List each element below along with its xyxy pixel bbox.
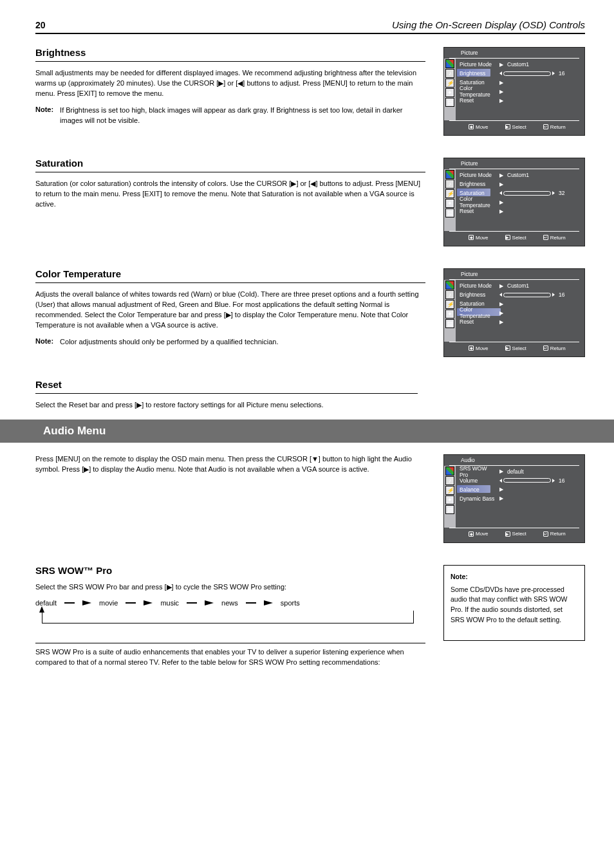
- note-text: Color adjustments should only be perform…: [60, 337, 278, 347]
- page-number: 20: [35, 20, 46, 30]
- format-step: default: [35, 599, 57, 607]
- page-header: 20 Using the On-Screen Display (OSD) Con…: [35, 19, 585, 34]
- srs-body2: SRS WOW Pro is a suite of audio enhancem…: [35, 647, 425, 668]
- saturation-body: Saturation (or color saturation) control…: [35, 179, 425, 210]
- note-label: Note:: [35, 106, 53, 126]
- osd-row-picture-mode: Picture Mode▶Custom1: [460, 60, 581, 69]
- osd-picture-colortemp: Picture ♪ ⚡ ✦ ▤ Picture Mode▶Custom1 Bri…: [443, 268, 585, 357]
- setup-icon: ✦: [445, 495, 454, 504]
- arrow-icon: [264, 600, 273, 605]
- brightness-heading: Brightness: [35, 47, 425, 62]
- note-box-body: Some CDs/DVDs have pre-processed audio t…: [451, 585, 578, 625]
- note-text: If Brightness is set too high, black ima…: [60, 106, 425, 126]
- page-title: Using the On-Screen Display (OSD) Contro…: [392, 19, 585, 30]
- audio-icon: ♪: [445, 180, 454, 189]
- picture-icon: [445, 59, 454, 68]
- audio-icon: ♪: [445, 476, 454, 485]
- osd-row-color-temp: Color Temperature▶: [460, 308, 581, 317]
- loop-arrow: [42, 611, 414, 623]
- power-icon: ⚡: [445, 300, 454, 309]
- osd-row-brightness: Brightness 16: [460, 69, 581, 78]
- srs-heading: SRS WOW™ Pro: [35, 565, 425, 576]
- osd-audio: Audio ♪ ⚡ ✦ ▤ SRS WOW Pro▶default Volume…: [443, 454, 585, 543]
- osd-footer: ◆Move ▶Select ↩Return: [444, 121, 584, 133]
- section-audio-intro: Press [MENU] on the remote to display th…: [35, 454, 585, 549]
- note-box: Note: Some CDs/DVDs have pre-processed a…: [443, 565, 585, 641]
- reset-heading: Reset: [35, 379, 418, 394]
- section-colortemp: Color Temperature Adjusts the overall ba…: [35, 268, 585, 364]
- colortemp-body: Adjusts the overall balance of whites to…: [35, 290, 425, 331]
- osd-picture-brightness: Picture ♪ ⚡ ✦ ▤ Picture Mode▶Custom1 Bri: [443, 47, 585, 136]
- brightness-note: Note: If Brightness is set too high, bla…: [35, 106, 425, 126]
- osd-title: Picture: [444, 158, 584, 169]
- brightness-body: Small adjustments may be needed for diff…: [35, 68, 425, 99]
- config-icon: ▤: [445, 208, 454, 217]
- colortemp-heading: Color Temperature: [35, 268, 425, 283]
- setup-icon: ✦: [445, 199, 454, 208]
- power-icon: ⚡: [445, 486, 454, 495]
- picture-icon: [445, 281, 454, 290]
- format-cycle-diagram: default movie music news sports: [35, 599, 425, 638]
- setup-icon: ✦: [445, 309, 454, 319]
- setup-icon: ✦: [445, 88, 454, 97]
- format-step: sports: [281, 599, 300, 607]
- note-label: Note:: [35, 337, 53, 347]
- audio-icon: ♪: [445, 290, 454, 299]
- picture-icon: [445, 170, 454, 179]
- arrow-icon: [205, 600, 214, 605]
- osd-sidebar: ♪ ⚡ ✦ ▤: [444, 59, 456, 120]
- saturation-heading: Saturation: [35, 158, 425, 172]
- format-step: movie: [99, 599, 118, 607]
- section-srs-wow: SRS WOW™ Pro Select the SRS WOW Pro bar …: [35, 565, 585, 674]
- arrow-icon: [144, 600, 153, 605]
- config-icon: ▤: [445, 98, 454, 107]
- picture-icon: [445, 466, 454, 476]
- osd-row-color-temp: Color Temperature▶: [460, 87, 581, 96]
- audio-menu-band: Audio Menu: [0, 420, 614, 443]
- power-icon: ⚡: [445, 189, 454, 198]
- format-step: news: [221, 599, 238, 607]
- osd-title: Picture: [444, 48, 584, 58]
- audio-icon: ♪: [445, 69, 454, 78]
- arrow-icon: [82, 600, 91, 605]
- osd-row-reset: Reset▶: [460, 96, 581, 105]
- note-box-heading: Note:: [451, 572, 578, 582]
- section-brightness: Brightness Small adjustments may be need…: [35, 47, 585, 142]
- osd-picture-saturation: Picture ♪ ⚡ ✦ ▤ Picture Mode▶Custom1 Bri…: [443, 158, 585, 246]
- format-step: music: [160, 599, 179, 607]
- osd-row-balance: Balance▶: [460, 485, 581, 494]
- section-saturation: Saturation Saturation (or color saturati…: [35, 158, 585, 253]
- audio-body: Press [MENU] on the remote to display th…: [35, 454, 425, 475]
- config-icon: ▤: [445, 319, 454, 328]
- config-icon: ▤: [445, 505, 454, 514]
- reset-body: Select the Reset bar and press [▶] to re…: [35, 400, 418, 411]
- srs-body1: Select the SRS WOW Pro bar and press [▶]…: [35, 582, 425, 593]
- power-icon: ⚡: [445, 78, 454, 88]
